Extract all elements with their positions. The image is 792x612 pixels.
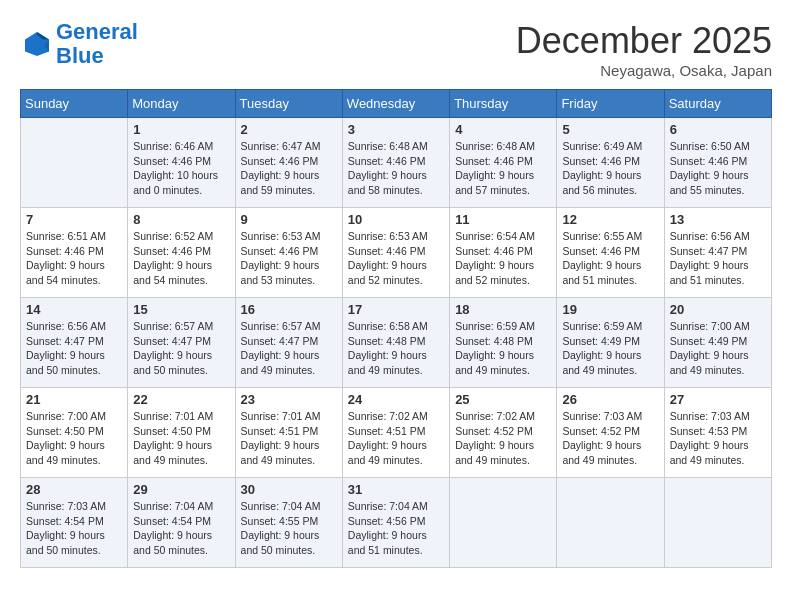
day-number: 19 xyxy=(562,302,658,317)
day-info: Sunrise: 6:57 AM Sunset: 4:47 PM Dayligh… xyxy=(133,319,229,378)
day-cell: 1Sunrise: 6:46 AM Sunset: 4:46 PM Daylig… xyxy=(128,118,235,208)
header-cell-thursday: Thursday xyxy=(450,90,557,118)
day-number: 10 xyxy=(348,212,444,227)
day-number: 25 xyxy=(455,392,551,407)
week-row-2: 7Sunrise: 6:51 AM Sunset: 4:46 PM Daylig… xyxy=(21,208,772,298)
day-info: Sunrise: 6:59 AM Sunset: 4:48 PM Dayligh… xyxy=(455,319,551,378)
day-info: Sunrise: 6:51 AM Sunset: 4:46 PM Dayligh… xyxy=(26,229,122,288)
day-cell: 20Sunrise: 7:00 AM Sunset: 4:49 PM Dayli… xyxy=(664,298,771,388)
day-number: 14 xyxy=(26,302,122,317)
day-number: 31 xyxy=(348,482,444,497)
day-cell: 10Sunrise: 6:53 AM Sunset: 4:46 PM Dayli… xyxy=(342,208,449,298)
day-info: Sunrise: 6:48 AM Sunset: 4:46 PM Dayligh… xyxy=(348,139,444,198)
day-number: 7 xyxy=(26,212,122,227)
day-info: Sunrise: 7:03 AM Sunset: 4:54 PM Dayligh… xyxy=(26,499,122,558)
header-cell-wednesday: Wednesday xyxy=(342,90,449,118)
day-number: 27 xyxy=(670,392,766,407)
day-number: 17 xyxy=(348,302,444,317)
logo-icon xyxy=(22,29,52,59)
day-cell: 29Sunrise: 7:04 AM Sunset: 4:54 PM Dayli… xyxy=(128,478,235,568)
day-cell xyxy=(557,478,664,568)
day-number: 15 xyxy=(133,302,229,317)
day-info: Sunrise: 6:47 AM Sunset: 4:46 PM Dayligh… xyxy=(241,139,337,198)
week-row-1: 1Sunrise: 6:46 AM Sunset: 4:46 PM Daylig… xyxy=(21,118,772,208)
day-cell: 24Sunrise: 7:02 AM Sunset: 4:51 PM Dayli… xyxy=(342,388,449,478)
day-cell xyxy=(664,478,771,568)
day-cell: 18Sunrise: 6:59 AM Sunset: 4:48 PM Dayli… xyxy=(450,298,557,388)
day-info: Sunrise: 7:04 AM Sunset: 4:55 PM Dayligh… xyxy=(241,499,337,558)
day-info: Sunrise: 7:01 AM Sunset: 4:51 PM Dayligh… xyxy=(241,409,337,468)
day-cell xyxy=(450,478,557,568)
day-number: 22 xyxy=(133,392,229,407)
day-info: Sunrise: 6:56 AM Sunset: 4:47 PM Dayligh… xyxy=(670,229,766,288)
calendar-table: SundayMondayTuesdayWednesdayThursdayFrid… xyxy=(20,89,772,568)
header-cell-friday: Friday xyxy=(557,90,664,118)
day-info: Sunrise: 6:55 AM Sunset: 4:46 PM Dayligh… xyxy=(562,229,658,288)
day-cell: 31Sunrise: 7:04 AM Sunset: 4:56 PM Dayli… xyxy=(342,478,449,568)
day-cell: 19Sunrise: 6:59 AM Sunset: 4:49 PM Dayli… xyxy=(557,298,664,388)
day-info: Sunrise: 7:04 AM Sunset: 4:54 PM Dayligh… xyxy=(133,499,229,558)
day-cell: 11Sunrise: 6:54 AM Sunset: 4:46 PM Dayli… xyxy=(450,208,557,298)
day-number: 4 xyxy=(455,122,551,137)
header-row: SundayMondayTuesdayWednesdayThursdayFrid… xyxy=(21,90,772,118)
day-info: Sunrise: 6:48 AM Sunset: 4:46 PM Dayligh… xyxy=(455,139,551,198)
header-cell-monday: Monday xyxy=(128,90,235,118)
calendar-body: 1Sunrise: 6:46 AM Sunset: 4:46 PM Daylig… xyxy=(21,118,772,568)
logo-text2: Blue xyxy=(56,44,138,68)
day-info: Sunrise: 6:58 AM Sunset: 4:48 PM Dayligh… xyxy=(348,319,444,378)
page-header: General Blue December 2025 Neyagawa, Osa… xyxy=(20,20,772,79)
week-row-3: 14Sunrise: 6:56 AM Sunset: 4:47 PM Dayli… xyxy=(21,298,772,388)
day-info: Sunrise: 6:56 AM Sunset: 4:47 PM Dayligh… xyxy=(26,319,122,378)
day-info: Sunrise: 6:53 AM Sunset: 4:46 PM Dayligh… xyxy=(241,229,337,288)
month-title: December 2025 xyxy=(516,20,772,62)
day-info: Sunrise: 7:04 AM Sunset: 4:56 PM Dayligh… xyxy=(348,499,444,558)
day-cell: 30Sunrise: 7:04 AM Sunset: 4:55 PM Dayli… xyxy=(235,478,342,568)
day-number: 6 xyxy=(670,122,766,137)
day-info: Sunrise: 6:54 AM Sunset: 4:46 PM Dayligh… xyxy=(455,229,551,288)
day-info: Sunrise: 6:52 AM Sunset: 4:46 PM Dayligh… xyxy=(133,229,229,288)
day-info: Sunrise: 7:02 AM Sunset: 4:52 PM Dayligh… xyxy=(455,409,551,468)
day-number: 20 xyxy=(670,302,766,317)
day-cell: 21Sunrise: 7:00 AM Sunset: 4:50 PM Dayli… xyxy=(21,388,128,478)
day-cell: 8Sunrise: 6:52 AM Sunset: 4:46 PM Daylig… xyxy=(128,208,235,298)
day-number: 24 xyxy=(348,392,444,407)
day-cell: 23Sunrise: 7:01 AM Sunset: 4:51 PM Dayli… xyxy=(235,388,342,478)
day-info: Sunrise: 6:57 AM Sunset: 4:47 PM Dayligh… xyxy=(241,319,337,378)
day-info: Sunrise: 7:01 AM Sunset: 4:50 PM Dayligh… xyxy=(133,409,229,468)
day-cell: 16Sunrise: 6:57 AM Sunset: 4:47 PM Dayli… xyxy=(235,298,342,388)
day-number: 23 xyxy=(241,392,337,407)
day-cell: 13Sunrise: 6:56 AM Sunset: 4:47 PM Dayli… xyxy=(664,208,771,298)
day-cell: 4Sunrise: 6:48 AM Sunset: 4:46 PM Daylig… xyxy=(450,118,557,208)
day-info: Sunrise: 6:50 AM Sunset: 4:46 PM Dayligh… xyxy=(670,139,766,198)
day-number: 8 xyxy=(133,212,229,227)
day-cell: 27Sunrise: 7:03 AM Sunset: 4:53 PM Dayli… xyxy=(664,388,771,478)
day-number: 11 xyxy=(455,212,551,227)
day-number: 30 xyxy=(241,482,337,497)
day-cell: 28Sunrise: 7:03 AM Sunset: 4:54 PM Dayli… xyxy=(21,478,128,568)
header-cell-saturday: Saturday xyxy=(664,90,771,118)
day-info: Sunrise: 6:49 AM Sunset: 4:46 PM Dayligh… xyxy=(562,139,658,198)
title-block: December 2025 Neyagawa, Osaka, Japan xyxy=(516,20,772,79)
day-info: Sunrise: 7:03 AM Sunset: 4:52 PM Dayligh… xyxy=(562,409,658,468)
day-number: 5 xyxy=(562,122,658,137)
day-number: 26 xyxy=(562,392,658,407)
calendar-header: SundayMondayTuesdayWednesdayThursdayFrid… xyxy=(21,90,772,118)
day-info: Sunrise: 7:03 AM Sunset: 4:53 PM Dayligh… xyxy=(670,409,766,468)
svg-marker-0 xyxy=(25,32,49,56)
logo-text: General xyxy=(56,20,138,44)
day-cell: 3Sunrise: 6:48 AM Sunset: 4:46 PM Daylig… xyxy=(342,118,449,208)
day-cell: 5Sunrise: 6:49 AM Sunset: 4:46 PM Daylig… xyxy=(557,118,664,208)
day-number: 9 xyxy=(241,212,337,227)
day-cell: 26Sunrise: 7:03 AM Sunset: 4:52 PM Dayli… xyxy=(557,388,664,478)
day-cell: 9Sunrise: 6:53 AM Sunset: 4:46 PM Daylig… xyxy=(235,208,342,298)
day-info: Sunrise: 6:53 AM Sunset: 4:46 PM Dayligh… xyxy=(348,229,444,288)
day-info: Sunrise: 7:02 AM Sunset: 4:51 PM Dayligh… xyxy=(348,409,444,468)
day-number: 28 xyxy=(26,482,122,497)
day-cell: 14Sunrise: 6:56 AM Sunset: 4:47 PM Dayli… xyxy=(21,298,128,388)
logo: General Blue xyxy=(20,20,138,68)
day-number: 3 xyxy=(348,122,444,137)
day-number: 16 xyxy=(241,302,337,317)
day-info: Sunrise: 7:00 AM Sunset: 4:50 PM Dayligh… xyxy=(26,409,122,468)
week-row-5: 28Sunrise: 7:03 AM Sunset: 4:54 PM Dayli… xyxy=(21,478,772,568)
day-number: 2 xyxy=(241,122,337,137)
